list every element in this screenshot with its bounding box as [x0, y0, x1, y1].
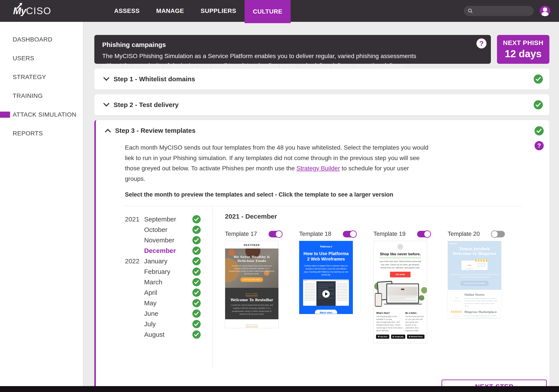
month-row-february[interactable]: February	[125, 266, 201, 277]
nav-item-culture[interactable]: CULTURE	[244, 0, 291, 23]
marketplace-title: Binpress Marketplace	[465, 310, 498, 314]
binpress-title: Tomas JerabekWelcome to Binpress	[450, 246, 499, 256]
restobar-hero-title: We Serve Healthy & Delicious Foods	[225, 255, 279, 263]
template-19-preview[interactable]: LOGO Shop like never before. Less is the…	[373, 241, 427, 344]
binpress-activation-text: To activate your account, we need to kno…	[450, 273, 499, 279]
shop-text: Less is the new more. Shop at lesser pri…	[378, 260, 422, 269]
binpress-header: binpress Tomas JerabekWelcome to Binpres…	[448, 241, 501, 290]
whats-new-column: What's New? Our shopping app is now avai…	[376, 312, 403, 332]
divider	[377, 342, 424, 342]
sidebar-item-label: STRATEGY	[13, 74, 46, 81]
preview-month-title: 2021 - December	[225, 213, 522, 220]
restobar-welcome-title: Welcome To RestoBar	[228, 298, 275, 302]
template-17-preview[interactable]: RESTOBAR We Serve Healthy & Delicious Fo…	[225, 241, 279, 328]
laptop-base	[384, 304, 422, 305]
traffic-light-yellow	[305, 280, 306, 281]
be-a-seller-column: Be a Seller. You don't just buy from us,…	[405, 312, 424, 332]
step3-card: ? Step 3 - Review templates Each month M…	[94, 120, 550, 386]
search-box[interactable]	[464, 6, 534, 16]
search-input[interactable]	[475, 8, 530, 14]
nav-right	[464, 6, 550, 16]
sidebar: DASHBOARDUSERSSTRATEGYTRAININGATTACK SIM…	[0, 22, 83, 386]
restobar-services-kicker: SERVICES	[246, 324, 258, 327]
step3-header[interactable]: Step 3 - Review templates	[96, 120, 550, 141]
platforma-kicker: Platforma 2	[302, 245, 350, 248]
template-20-toggle[interactable]	[491, 231, 505, 237]
user-avatar[interactable]	[540, 6, 550, 16]
restobar-welcome-section: WELCOME Welcome To RestoBar A small rive…	[225, 288, 279, 319]
strategy-builder-link[interactable]: Strategy Builder	[297, 165, 340, 172]
shop-building-illustration	[475, 259, 488, 270]
sidebar-item-users[interactable]: USERS	[0, 49, 83, 68]
template-18-cell: Template 18 Platforma 2 How to Use Platf…	[299, 231, 373, 344]
banner-help-icon[interactable]: ?	[476, 38, 486, 48]
month-row-december[interactable]: December	[125, 245, 201, 256]
months-list: 2021SeptemberOctoberNovemberDecember2022…	[125, 206, 213, 368]
nav-item-suppliers[interactable]: SUPPLIERS	[192, 0, 244, 22]
template-18-name: Template 18	[299, 231, 331, 237]
whats-new-title: What's New?	[376, 312, 403, 314]
month-row-2022-january[interactable]: 2022January	[125, 256, 201, 266]
step1-header[interactable]: Step 1 - Whitelist domains	[94, 69, 550, 90]
nav-item-manage[interactable]: MANAGE	[148, 0, 192, 22]
month-row-2021-september[interactable]: 2021September	[125, 214, 201, 224]
month-row-october[interactable]: October	[125, 224, 201, 235]
month-label: November	[144, 236, 174, 244]
next-phish-value: 12 days	[505, 48, 542, 60]
month-row-march[interactable]: March	[125, 277, 201, 287]
nav-item-assess[interactable]: ASSESS	[106, 0, 148, 22]
whats-new-text: Our shopping app is now available in ios…	[376, 315, 403, 332]
month-template-area: 2021SeptemberOctoberNovemberDecember2022…	[125, 206, 522, 368]
online-stores-icon	[451, 293, 462, 302]
template-19-name: Template 19	[373, 231, 405, 237]
toggle-knob	[424, 230, 431, 238]
laptop-illustration	[386, 283, 419, 304]
month-row-november[interactable]: November	[125, 235, 201, 245]
next-step-button[interactable]: NEXT STEP	[441, 380, 547, 386]
template-17-toggle[interactable]	[269, 231, 282, 237]
month-label: May	[144, 299, 157, 307]
month-row-july[interactable]: July	[125, 319, 201, 329]
sidebar-item-dashboard[interactable]: DASHBOARD	[0, 30, 83, 49]
restobar-hero-text: A small river named Duden flows by their…	[229, 265, 275, 275]
template-18-toggle[interactable]	[343, 231, 356, 237]
top-nav: MyCISO ASSESSMANAGESUPPLIERSCULTURE	[0, 0, 559, 22]
restobar-hero-image: We Serve Healthy & Delicious Foods A sma…	[225, 249, 279, 288]
sidebar-item-label: USERS	[13, 55, 34, 62]
month-row-august[interactable]: August	[125, 329, 201, 340]
traffic-light-red	[304, 280, 305, 281]
template-20-preview[interactable]: binpress Tomas JerabekWelcome to Binpres…	[448, 241, 501, 318]
sidebar-item-strategy[interactable]: STRATEGY	[0, 68, 83, 86]
month-complete-check-icon	[192, 278, 201, 286]
wireframe-right-panel	[335, 281, 349, 306]
month-label: June	[144, 310, 158, 317]
template-19-toggle[interactable]	[417, 231, 431, 237]
month-complete-check-icon	[192, 215, 201, 224]
google-play-badge: ▶Google play	[391, 335, 405, 339]
toggle-knob	[275, 230, 283, 238]
restobar-welcome-kicker: WELCOME	[246, 293, 258, 296]
binpress-logo: binpress	[450, 243, 457, 244]
app-logo[interactable]: MyCISO	[13, 5, 51, 16]
logo-arrow-icon	[16, 2, 24, 9]
step2-label: Step 2 - Test delivery	[113, 101, 179, 109]
month-label: October	[144, 226, 168, 233]
month-label: January	[144, 257, 168, 265]
phone-illustration	[375, 293, 382, 307]
month-label: March	[144, 279, 162, 286]
month-label: August	[144, 331, 164, 338]
template-18-preview[interactable]: Platforma 2 How to Use Platforma 2 Web W…	[299, 241, 353, 314]
sidebar-item-attack-simulation[interactable]: ATTACK SIMULATION	[0, 105, 83, 124]
template-20-cell: Template 20 binpress Tomas JerabekWelcom…	[448, 231, 522, 344]
step3-help-icon[interactable]: ?	[535, 141, 544, 150]
month-complete-check-icon	[192, 247, 201, 255]
month-row-june[interactable]: June	[125, 308, 201, 319]
year-label: 2022	[125, 257, 144, 265]
sidebar-item-training[interactable]: TRAINING	[0, 86, 83, 105]
month-row-april[interactable]: April	[125, 287, 201, 298]
sidebar-item-reports[interactable]: REPORTS	[0, 124, 83, 143]
step2-header[interactable]: Step 2 - Test delivery	[94, 94, 550, 115]
online-stores-title: Online Stores	[465, 293, 498, 296]
sidebar-item-label: TRAINING	[13, 92, 43, 99]
month-row-may[interactable]: May	[125, 298, 201, 308]
